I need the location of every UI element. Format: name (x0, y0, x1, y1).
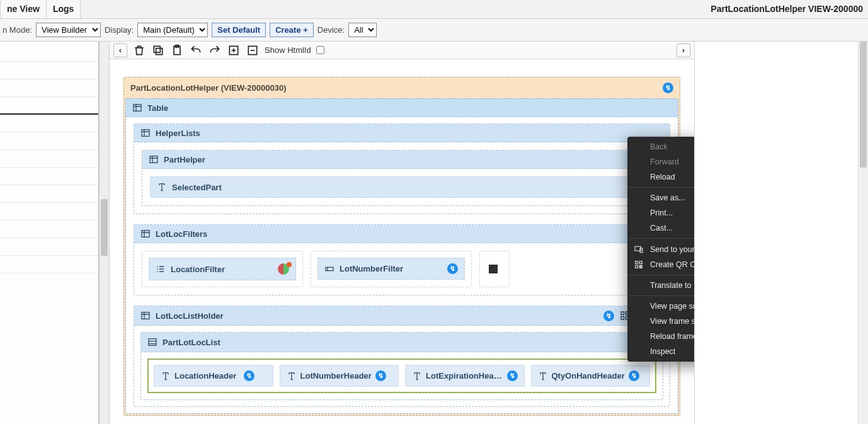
table-icon (149, 154, 159, 164)
mode-label: n Mode: (3, 25, 32, 35)
selectedpart-leaf[interactable]: SelectedPart (150, 176, 654, 198)
locationfilter-chip[interactable]: LocationFilter (142, 251, 303, 287)
root-block[interactable]: PartLocationLotHelper (VIEW-20000030) ↯ … (123, 77, 680, 416)
lotloclistholder-label: LotLocListHolder (156, 311, 224, 321)
helperlists-block[interactable]: HelperLists PartHelper (134, 123, 670, 214)
right-panel (694, 42, 858, 424)
nav-forward-icon[interactable]: › (677, 43, 690, 57)
cm-inspect[interactable]: Inspect (627, 344, 694, 359)
table-block[interactable]: Table HelperLists (125, 98, 678, 414)
lightning-icon[interactable]: ↯ (629, 370, 639, 381)
list-grid-icon (147, 337, 157, 347)
cm-view-frame-source[interactable]: View frame source (627, 314, 694, 329)
create-button[interactable]: Create + (270, 23, 314, 37)
parthelper-block[interactable]: PartHelper SelectedPart (142, 150, 662, 206)
cm-view-page-source[interactable]: View page sourceCtrl+U (627, 299, 694, 314)
show-htmlid-label: Show HtmlId (265, 45, 311, 55)
locationfilter-label: LocationFilter (171, 265, 225, 274)
qr-icon (634, 260, 644, 270)
svg-rect-17 (149, 339, 156, 346)
obscured-chip[interactable] (479, 251, 510, 287)
text-icon (538, 371, 548, 381)
lotloclistholder-block[interactable]: LotLocListHolder ↯ (134, 306, 670, 407)
cm-qr[interactable]: Create QR Code for this page (627, 257, 694, 272)
square-minus-icon[interactable] (246, 43, 260, 57)
plus-icon: + (303, 25, 308, 35)
svg-rect-10 (326, 267, 333, 270)
set-default-button[interactable]: Set Default (212, 23, 266, 37)
svg-rect-24 (636, 261, 638, 264)
locationheader-cell[interactable]: LocationHeader ↯ (154, 365, 273, 387)
create-label: Create (275, 25, 300, 35)
svg-rect-14 (621, 317, 624, 320)
lightning-icon[interactable]: ↯ (507, 370, 517, 381)
selectedpart-label: SelectedPart (172, 183, 222, 192)
partlotloclist-label: PartLotLocList (163, 338, 220, 347)
text-icon (412, 371, 422, 381)
lotnumberfilter-chip[interactable]: LotNumberFilter ↯ (311, 251, 472, 287)
square-plus-icon[interactable] (227, 43, 241, 57)
mode-select[interactable]: View Builder (36, 23, 101, 37)
show-htmlid-checkbox[interactable] (316, 46, 324, 54)
lotnumberheader-cell[interactable]: LotNumberHeader ↯ (280, 365, 399, 387)
lightning-icon[interactable]: ↯ (663, 83, 673, 93)
display-select[interactable]: Main (Default) (137, 23, 208, 37)
lotnumberfilter-label: LotNumberFilter (340, 264, 403, 273)
lotlocfilters-block[interactable]: LotLocFilters LocationFilter (134, 224, 670, 295)
svg-rect-11 (142, 312, 149, 319)
svg-rect-7 (142, 130, 149, 137)
paste-icon[interactable] (170, 43, 184, 57)
undo-icon[interactable] (189, 43, 203, 57)
device-select[interactable]: All (348, 23, 377, 37)
lightning-icon[interactable]: ↯ (375, 370, 386, 381)
svg-rect-1 (154, 46, 160, 52)
cm-print[interactable]: Print...Ctrl+P (627, 205, 694, 221)
svg-rect-6 (134, 105, 141, 112)
table-icon (140, 128, 151, 138)
svg-rect-12 (621, 312, 624, 315)
cm-back: BackAlt+Left Arrow (627, 139, 694, 154)
cm-reload-frame[interactable]: Reload frame (627, 329, 694, 344)
locationheader-label: LocationHeader (174, 371, 236, 381)
svg-rect-8 (150, 156, 157, 163)
partlotloclist-block[interactable]: PartLotLocList ↯ (140, 332, 663, 400)
lotnumberheader-label: LotNumberHeader (300, 371, 372, 381)
svg-rect-25 (639, 261, 642, 264)
table-icon (140, 229, 151, 239)
cm-saveas[interactable]: Save as...Ctrl+S (627, 190, 694, 205)
display-label: Display: (105, 25, 134, 35)
lightning-icon[interactable]: ↯ (447, 263, 458, 274)
table-icon (132, 103, 142, 113)
device-label: Device: (317, 25, 345, 35)
qtyonhandheader-cell[interactable]: QtyOnHandHeader ↯ (531, 365, 651, 387)
nav-back-icon[interactable]: ‹ (113, 43, 127, 57)
trash-icon[interactable] (132, 43, 146, 57)
input-icon (324, 264, 334, 274)
left-panel (0, 42, 99, 424)
svg-rect-9 (142, 231, 149, 238)
status-badge-icon (278, 263, 289, 275)
redo-icon[interactable] (208, 43, 222, 57)
context-menu: BackAlt+Left Arrow ForwardAlt+Right Arro… (627, 137, 694, 362)
copy-icon[interactable] (151, 43, 165, 57)
tab-view[interactable]: ne View (0, 0, 47, 18)
cm-send-devices[interactable]: Send to your devices▸ (627, 241, 694, 257)
table-icon (140, 311, 151, 321)
cm-reload[interactable]: ReloadCtrl+R (627, 169, 694, 185)
devices-icon (634, 244, 644, 255)
lightning-icon[interactable]: ↯ (603, 311, 614, 321)
text-icon (161, 371, 171, 381)
right-scrollbar[interactable] (858, 42, 868, 424)
lotexpirationheader-cell[interactable]: LotExpirationHeader ↯ (405, 365, 525, 387)
svg-rect-23 (640, 248, 642, 253)
parthelper-label: PartHelper (164, 155, 205, 164)
lightning-icon[interactable]: ↯ (244, 370, 254, 381)
cm-translate[interactable]: Translate to English (627, 278, 694, 293)
qtyonhandheader-label: QtyOnHandHeader (552, 371, 625, 381)
tab-logs[interactable]: Logs (47, 0, 81, 18)
left-scrollbar[interactable] (99, 42, 110, 424)
cm-cast[interactable]: Cast... (627, 221, 694, 236)
svg-rect-0 (156, 48, 163, 54)
square-icon (489, 265, 498, 273)
lotexpirationheader-label: LotExpirationHeader (426, 371, 503, 381)
